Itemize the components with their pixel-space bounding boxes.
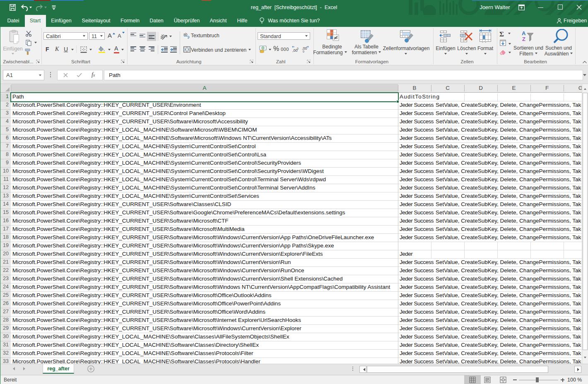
svg-text:A: A bbox=[522, 30, 526, 36]
svg-text:0: 0 bbox=[303, 50, 304, 53]
svg-text:Z: Z bbox=[522, 36, 525, 41]
svg-text:0: 0 bbox=[297, 47, 299, 50]
svg-text:ab: ab bbox=[183, 33, 188, 36]
